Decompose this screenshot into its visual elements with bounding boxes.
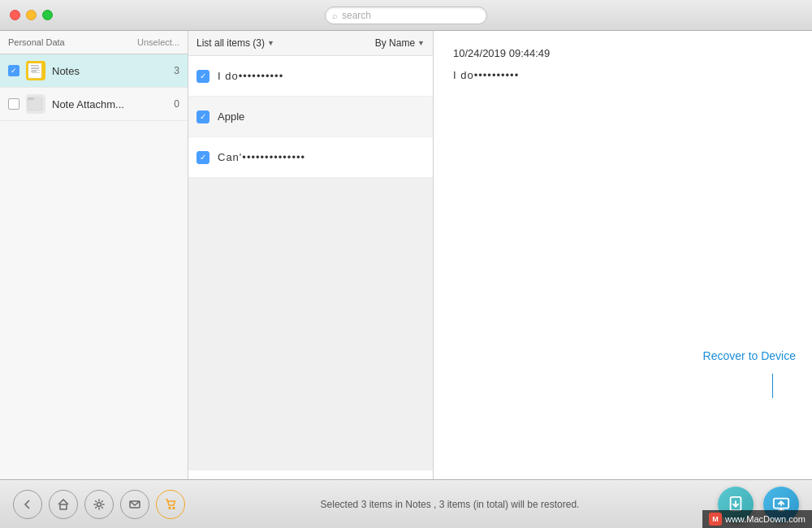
detail-timestamp: 10/24/2019 09:44:49 [453, 47, 793, 59]
cart-button[interactable] [156, 490, 185, 519]
note-attachments-count: 0 [174, 98, 179, 110]
by-name-chevron-icon: ▼ [417, 39, 425, 47]
home-button[interactable] [49, 490, 78, 519]
svg-rect-0 [28, 62, 41, 78]
empty-row-3 [188, 324, 433, 397]
notes-label: Notes [52, 65, 167, 77]
watermark: M www.MacDown.com [702, 510, 812, 528]
sidebar-item-note-attachments[interactable]: Note Attachm... 0 [0, 88, 188, 121]
title-bar: ⌕ search [0, 0, 812, 31]
personal-data-label: Personal Data [8, 37, 65, 47]
search-bar[interactable]: ⌕ search [325, 6, 487, 24]
traffic-lights [10, 10, 53, 20]
svg-point-11 [173, 507, 175, 509]
unselect-action[interactable]: Unselect... [137, 37, 179, 47]
svg-rect-7 [60, 504, 67, 509]
maximize-button[interactable] [42, 10, 53, 20]
note-3-title: Can'•••••••••••••• [218, 151, 305, 163]
status-text: Selected 3 items in Notes , 3 items (in … [192, 499, 708, 510]
mail-button[interactable] [120, 490, 149, 519]
detail-content: I do•••••••••• [453, 69, 793, 81]
right-panel: 10/24/2019 09:44:49 I do•••••••••• [434, 31, 812, 479]
watermark-logo: M [709, 513, 722, 526]
search-input-label: search [342, 10, 371, 21]
middle-panel: List all items (3) ▼ By Name ▼ I do•••••… [188, 31, 434, 479]
sidebar-item-notes[interactable]: Notes 3 [0, 54, 188, 88]
attachment-folder-icon [26, 94, 45, 114]
middle-header: List all items (3) ▼ By Name ▼ [188, 31, 433, 56]
svg-rect-3 [31, 71, 37, 72]
sidebar-header: Personal Data Unselect... [0, 31, 188, 54]
bottom-bar: Selected 3 items in Notes , 3 items (in … [0, 479, 812, 528]
svg-rect-1 [31, 65, 39, 67]
note-item-3[interactable]: Can'•••••••••••••• [188, 137, 433, 178]
minimize-button[interactable] [26, 10, 37, 20]
note-2-title: Apple [218, 110, 244, 123]
list-all-button[interactable]: List all items (3) ▼ [197, 37, 274, 49]
svg-rect-6 [28, 97, 34, 100]
recover-to-device-button[interactable]: Recover to Device [703, 349, 796, 362]
svg-rect-2 [31, 68, 39, 70]
note-2-checkbox[interactable] [197, 110, 209, 123]
recover-line-decoration [772, 374, 773, 398]
notes-count: 3 [174, 65, 179, 76]
empty-row-2 [188, 251, 433, 324]
notes-folder-icon [26, 61, 45, 80]
list-all-chevron-icon: ▼ [267, 39, 274, 47]
by-name-label: By Name [375, 37, 415, 49]
note-item-1[interactable]: I do•••••••••• [188, 56, 433, 97]
watermark-text: www.MacDown.com [725, 514, 806, 524]
by-name-button[interactable]: By Name ▼ [375, 37, 425, 49]
list-all-label: List all items (3) [197, 37, 265, 49]
empty-row-4 [188, 397, 433, 470]
note-attachments-checkbox[interactable] [8, 98, 19, 110]
sidebar: Personal Data Unselect... Notes 3 [0, 31, 188, 479]
note-1-title: I do•••••••••• [218, 70, 283, 82]
back-button[interactable] [13, 490, 42, 519]
svg-rect-4 [27, 61, 45, 63]
notes-checkbox[interactable] [8, 65, 19, 76]
search-bar-wrap: ⌕ search [325, 6, 487, 24]
note-attachments-label: Note Attachm... [52, 98, 167, 110]
note-1-checkbox[interactable] [197, 70, 209, 83]
search-icon: ⌕ [332, 11, 338, 20]
note-item-2[interactable]: Apple [188, 97, 433, 137]
empty-row-1 [188, 178, 433, 251]
main-layout: Personal Data Unselect... Notes 3 [0, 31, 812, 479]
svg-point-8 [97, 502, 102, 506]
note-3-checkbox[interactable] [197, 151, 209, 164]
settings-button[interactable] [84, 490, 114, 519]
close-button[interactable] [10, 10, 20, 20]
svg-point-10 [169, 507, 171, 509]
